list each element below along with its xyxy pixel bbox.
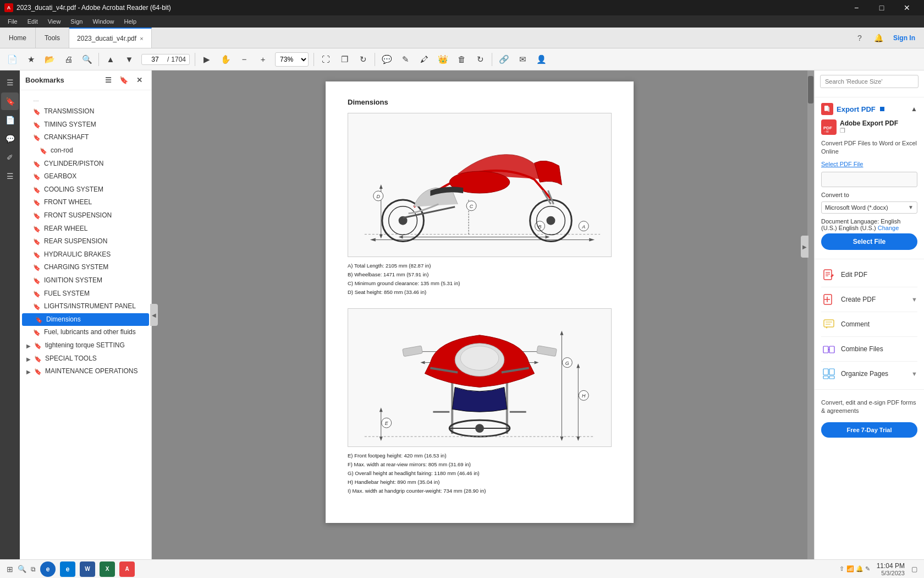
create-pdf-tool[interactable]: Create PDF ▼	[821, 287, 917, 312]
free-trial-button[interactable]: Free 7-Day Trial	[821, 422, 917, 438]
sidebar-item-ignition-system[interactable]: 🔖 IGNITION SYSTEM	[20, 274, 151, 287]
sidebar-item-rear-suspension[interactable]: 🔖 REAR SUSPENSION	[20, 235, 151, 248]
share-button[interactable]: 🔗	[495, 51, 513, 68]
front-dimensions: E) Front footpeg height: 420 mm (16.53 i…	[348, 451, 612, 496]
hand-tool-button[interactable]: ✋	[217, 51, 234, 68]
comment-tool[interactable]: Comment	[821, 312, 917, 337]
email-button[interactable]: ✉	[514, 51, 531, 68]
print-button[interactable]: 🖨	[59, 51, 77, 68]
menu-edit[interactable]: Edit	[23, 15, 42, 28]
right-panel-toggle[interactable]: ▶	[801, 236, 809, 258]
sidebar-item-lights[interactable]: 🔖 LIGHTS/INSTRUMENT PANEL	[20, 300, 151, 313]
notification-icon-btn[interactable]: 🔔	[870, 30, 887, 46]
taskbar-app-acrobat[interactable]: A	[119, 561, 135, 577]
sidebar-item-special-tools[interactable]: ▶ 🔖 SPECIAL TOOLS	[20, 352, 151, 366]
select-file-button[interactable]: Select File	[821, 233, 917, 250]
comment-panel-button[interactable]: 💬	[1, 130, 19, 148]
convert-to-select-area[interactable]: Microsoft Word (*.docx) ▼	[821, 201, 917, 214]
tab-file[interactable]: 2023_ducati_v4r.pdf ×	[69, 28, 152, 48]
combine-files-tool[interactable]: Combine Files	[821, 337, 917, 362]
sidebar-item-hydraulic-brakes[interactable]: 🔖 HYDRAULIC BRAKES	[20, 248, 151, 261]
delete-button[interactable]: 🗑	[453, 51, 470, 68]
menu-view[interactable]: View	[43, 15, 65, 28]
fullscreen-button[interactable]: ❐	[336, 51, 353, 68]
account-button[interactable]: 👤	[532, 51, 550, 68]
taskbar-app-excel[interactable]: X	[100, 561, 115, 577]
highlight-button[interactable]: 🖍	[415, 51, 433, 68]
list-item[interactable]: …	[20, 92, 151, 105]
sidebar-item-fuel-system[interactable]: 🔖 FUEL SYSTEM	[20, 287, 151, 301]
notification-area[interactable]: ▢	[911, 565, 917, 573]
windows-start[interactable]: ⊞	[7, 565, 13, 574]
sidebar-item-maintenance[interactable]: ▶ 🔖 MAINTENANCE OPERATIONS	[20, 365, 151, 378]
minimize-button[interactable]: −	[844, 0, 869, 15]
sidebar-item-front-wheel[interactable]: 🔖 FRONT WHEEL	[20, 196, 151, 209]
taskbar-app-word[interactable]: W	[80, 561, 95, 577]
zoom-out-find-button[interactable]: 🔍	[78, 51, 96, 68]
sidebar-item-charging-system[interactable]: 🔖 CHARGING SYSTEM	[20, 261, 151, 274]
sidebar-item-timing-system[interactable]: 🔖 TIMING SYSTEM	[20, 118, 151, 132]
help-icon-btn[interactable]: ?	[851, 30, 868, 46]
tab-tools[interactable]: Tools	[36, 28, 69, 48]
adobe-export-title: Adobe Export PDF	[840, 119, 898, 127]
sidebar-item-fluids[interactable]: 🔖 Fuel, lubricants and other fluids	[20, 326, 151, 339]
prev-page-button[interactable]: ▲	[102, 51, 119, 68]
menu-sign[interactable]: Sign	[66, 15, 87, 28]
close-button[interactable]: ✕	[894, 0, 920, 15]
bookmarks-close-button[interactable]: ✕	[133, 74, 146, 87]
tools-panel-button[interactable]: ☰	[1, 74, 19, 91]
sidebar-item-cooling-system[interactable]: 🔖 COOLING SYSTEM	[20, 183, 151, 197]
menu-help[interactable]: Help	[120, 15, 141, 28]
next-page-button[interactable]: ▼	[120, 51, 138, 68]
pages-panel-button[interactable]: 📄	[1, 111, 19, 129]
sidebar-item-dimensions[interactable]: 🔖 Dimensions	[22, 313, 149, 326]
comment-button[interactable]: 💬	[378, 51, 395, 68]
sidebar-item-con-rod[interactable]: 🔖 con-rod	[20, 144, 151, 157]
zoom-in-button[interactable]: +	[254, 51, 272, 68]
change-language-link[interactable]: Change	[878, 225, 899, 231]
zoom-select[interactable]: 73% 50% 100% 125% 150%	[275, 52, 309, 67]
open-button[interactable]: 📂	[41, 51, 58, 68]
new-file-button[interactable]: 📄	[3, 51, 21, 68]
sidebar-item-gearbox[interactable]: 🔖 GEARBOX	[20, 170, 151, 183]
bookmarks-new-button[interactable]: 🔖	[117, 74, 130, 87]
sidebar-item-cylinder-piston[interactable]: 🔖 CYLINDER/PISTON	[20, 157, 151, 171]
export-pdf-header[interactable]: PDF Export PDF ▲	[821, 103, 917, 115]
sidebar-item-front-suspension[interactable]: 🔖 FRONT SUSPENSION	[20, 209, 151, 222]
select-pdf-link[interactable]: Select PDF File	[821, 161, 917, 167]
edit-pdf-tool[interactable]: Edit PDF	[821, 263, 917, 287]
taskbar-app-edge[interactable]: e	[60, 561, 75, 577]
sidebar-item-tightening-torque[interactable]: ▶ 🔖 tightening torque SETTING	[20, 339, 151, 352]
panel-collapse-arrow[interactable]: ◀	[150, 304, 158, 326]
tab-home[interactable]: Home	[0, 28, 36, 48]
cursor-tool-button[interactable]: ▶	[198, 51, 216, 68]
fit-page-button[interactable]: ⛶	[317, 51, 334, 68]
bookmark-button[interactable]: ★	[22, 51, 40, 68]
reduce-size-search[interactable]	[820, 75, 919, 88]
signature-panel-button[interactable]: ✐	[1, 149, 19, 166]
taskbar-search[interactable]: 🔍	[18, 565, 26, 573]
sidebar-item-crankshaft[interactable]: 🔖 CRANKSHAFT	[20, 131, 151, 144]
page-number-input[interactable]	[145, 56, 165, 63]
sidebar-item-rear-wheel[interactable]: 🔖 REAR WHEEL	[20, 222, 151, 236]
rotate-button[interactable]: ↻	[354, 51, 372, 68]
tab-close-icon[interactable]: ×	[140, 35, 143, 42]
zoom-out-button[interactable]: −	[235, 51, 253, 68]
export-pdf-collapse-icon[interactable]: ▲	[911, 105, 917, 113]
stamp-button[interactable]: 👑	[434, 51, 452, 68]
taskbar-app-ie[interactable]: e	[40, 561, 56, 577]
bookmarks-panel-button[interactable]: 🔖	[1, 92, 19, 110]
sidebar-item-transmission[interactable]: 🔖 TRANSMISSION	[20, 105, 151, 118]
bookmark-icon: 🔖	[33, 290, 41, 298]
pen-button[interactable]: ✎	[397, 51, 414, 68]
organize-pages-tool[interactable]: Organize Pages ▼	[821, 362, 917, 386]
taskbar-task-view[interactable]: ⧉	[31, 565, 36, 573]
bookmarks-view-toggle[interactable]: ☰	[102, 74, 115, 87]
stamps-panel-button[interactable]: ☰	[1, 167, 19, 185]
menu-window[interactable]: Window	[88, 15, 118, 28]
pdf-file-input-area[interactable]	[821, 172, 917, 187]
maximize-button[interactable]: □	[869, 0, 894, 15]
menu-file[interactable]: File	[3, 15, 22, 28]
undo-button[interactable]: ↻	[471, 51, 489, 68]
sign-in-button[interactable]: Sign In	[889, 32, 920, 44]
